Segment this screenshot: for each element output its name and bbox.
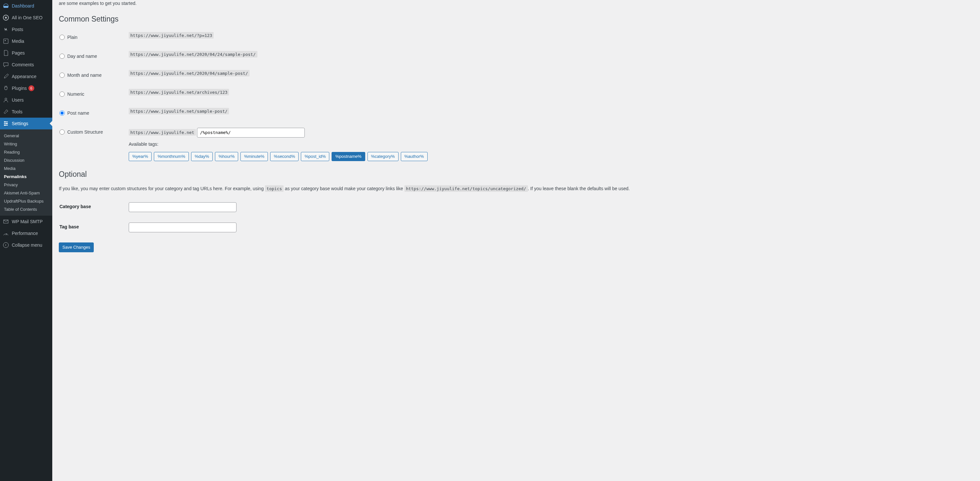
users-icon bbox=[3, 97, 9, 103]
radio-numeric[interactable] bbox=[59, 91, 65, 97]
option-custom-structure-label[interactable]: Custom Structure bbox=[59, 129, 121, 135]
submenu-writing[interactable]: Writing bbox=[0, 140, 52, 148]
sidebar-item-label: Media bbox=[12, 38, 24, 44]
sidebar-item-performance[interactable]: Performance bbox=[0, 228, 52, 239]
custom-structure-input[interactable] bbox=[197, 128, 305, 138]
tag-buttons: %year% %monthnum% %day% %hour% %minute% … bbox=[129, 152, 970, 161]
sidebar-item-label: Users bbox=[12, 97, 24, 103]
sidebar-item-label: Collapse menu bbox=[12, 242, 42, 248]
admin-sidebar: Dashboard All in One SEO Posts Media Pag… bbox=[0, 0, 52, 481]
tag-year[interactable]: %year% bbox=[129, 152, 151, 161]
category-base-label: Category base bbox=[59, 204, 91, 209]
option-plain-label[interactable]: Plain bbox=[59, 35, 121, 40]
submenu-discussion[interactable]: Discussion bbox=[0, 156, 52, 164]
tag-monthnum[interactable]: %monthnum% bbox=[154, 152, 189, 161]
optional-table: Category base Tag base bbox=[59, 197, 974, 238]
sidebar-item-users[interactable]: Users bbox=[0, 94, 52, 106]
svg-point-7 bbox=[4, 124, 6, 126]
gauge-icon bbox=[3, 230, 9, 237]
common-settings-heading: Common Settings bbox=[59, 11, 974, 25]
available-tags-label: Available tags: bbox=[129, 141, 970, 148]
option-post-name-example: https://www.jiyuulife.net/sample-post/ bbox=[129, 108, 229, 115]
radio-plain[interactable] bbox=[59, 35, 65, 40]
sidebar-item-wpmailsmtp[interactable]: WP Mail SMTP bbox=[0, 216, 52, 228]
sidebar-item-label: Pages bbox=[12, 50, 25, 56]
tag-author[interactable]: %author% bbox=[401, 152, 428, 161]
permalink-options-table: Plain https://www.jiyuulife.net/?p=123 D… bbox=[59, 27, 974, 167]
sidebar-item-label: Performance bbox=[12, 231, 38, 236]
sidebar-item-dashboard[interactable]: Dashboard bbox=[0, 0, 52, 12]
radio-month-name[interactable] bbox=[59, 73, 65, 78]
sidebar-item-settings[interactable]: Settings bbox=[0, 118, 52, 129]
submenu-privacy[interactable]: Privacy bbox=[0, 181, 52, 189]
sidebar-item-plugins[interactable]: Plugins 6 bbox=[0, 82, 52, 94]
sidebar-item-label: Plugins bbox=[12, 86, 27, 91]
option-post-name-text: Post name bbox=[67, 110, 89, 116]
collapse-icon bbox=[3, 242, 9, 248]
pages-icon bbox=[3, 50, 9, 56]
dashboard-icon bbox=[3, 3, 9, 9]
submenu-updraftplus[interactable]: UpdraftPlus Backups bbox=[0, 197, 52, 205]
submenu-toc[interactable]: Table of Contents bbox=[0, 205, 52, 213]
option-custom-structure-text: Custom Structure bbox=[67, 129, 103, 135]
radio-custom-structure[interactable] bbox=[59, 129, 65, 135]
submenu-general[interactable]: General bbox=[0, 132, 52, 140]
tag-hour[interactable]: %hour% bbox=[215, 152, 238, 161]
optional-desc-part3: . If you leave these blank the defaults … bbox=[528, 186, 630, 191]
tag-second[interactable]: %second% bbox=[270, 152, 299, 161]
option-month-name-text: Month and name bbox=[67, 73, 102, 78]
mail-icon bbox=[3, 218, 9, 225]
wrench-icon bbox=[3, 108, 9, 115]
sidebar-item-media[interactable]: Media bbox=[0, 35, 52, 47]
option-day-name-example: https://www.jiyuulife.net/2020/04/24/sam… bbox=[129, 51, 258, 57]
sidebar-item-seo[interactable]: All in One SEO bbox=[0, 12, 52, 24]
tag-base-label: Tag base bbox=[59, 224, 79, 229]
submenu-media[interactable]: Media bbox=[0, 164, 52, 172]
tag-postname[interactable]: %postname% bbox=[332, 152, 365, 161]
option-day-name-text: Day and name bbox=[67, 54, 97, 59]
svg-point-4 bbox=[5, 98, 7, 100]
radio-day-name[interactable] bbox=[59, 54, 65, 59]
sidebar-item-label: Appearance bbox=[12, 74, 37, 79]
option-day-name-label[interactable]: Day and name bbox=[59, 54, 121, 59]
tag-base-input[interactable] bbox=[129, 223, 237, 233]
category-base-input[interactable] bbox=[129, 202, 237, 212]
option-post-name-label[interactable]: Post name bbox=[59, 110, 121, 116]
optional-heading: Optional bbox=[59, 167, 974, 181]
sidebar-item-label: Comments bbox=[12, 62, 34, 67]
pin-icon bbox=[3, 26, 9, 33]
brush-icon bbox=[3, 73, 9, 80]
svg-point-5 bbox=[4, 121, 6, 123]
sidebar-item-label: All in One SEO bbox=[12, 15, 43, 20]
tag-minute[interactable]: %minute% bbox=[240, 152, 268, 161]
custom-structure-prefix: https://www.jiyuulife.net bbox=[129, 129, 196, 135]
sidebar-item-appearance[interactable]: Appearance bbox=[0, 70, 52, 82]
sidebar-item-tools[interactable]: Tools bbox=[0, 106, 52, 118]
option-month-name-label[interactable]: Month and name bbox=[59, 73, 121, 78]
sidebar-item-label: Settings bbox=[12, 121, 29, 126]
media-icon bbox=[3, 38, 9, 45]
radio-post-name[interactable] bbox=[59, 110, 65, 116]
option-numeric-label[interactable]: Numeric bbox=[59, 91, 121, 97]
tag-category[interactable]: %category% bbox=[368, 152, 399, 161]
sidebar-item-comments[interactable]: Comments bbox=[0, 59, 52, 70]
tag-post-id[interactable]: %post_id% bbox=[301, 152, 329, 161]
optional-code-topics: topics bbox=[265, 185, 283, 192]
plugins-badge: 6 bbox=[29, 85, 34, 91]
plug-icon bbox=[3, 85, 9, 91]
submenu-permalinks[interactable]: Permalinks bbox=[0, 172, 52, 181]
sidebar-item-pages[interactable]: Pages bbox=[0, 47, 52, 59]
sidebar-item-collapse[interactable]: Collapse menu bbox=[0, 239, 52, 251]
svg-point-6 bbox=[6, 123, 8, 124]
submenu-reading[interactable]: Reading bbox=[0, 148, 52, 156]
svg-rect-2 bbox=[3, 39, 8, 43]
tag-day[interactable]: %day% bbox=[191, 152, 213, 161]
sidebar-item-posts[interactable]: Posts bbox=[0, 24, 52, 35]
optional-code-url: https://www.jiyuulife.net/topics/uncateg… bbox=[404, 185, 528, 192]
svg-point-3 bbox=[5, 40, 6, 41]
save-changes-button[interactable]: Save Changes bbox=[59, 242, 94, 252]
option-numeric-example: https://www.jiyuulife.net/archives/123 bbox=[129, 89, 229, 96]
submenu-akismet[interactable]: Akismet Anti-Spam bbox=[0, 189, 52, 197]
sidebar-item-label: Tools bbox=[12, 109, 22, 115]
sidebar-item-label: Dashboard bbox=[12, 3, 34, 8]
